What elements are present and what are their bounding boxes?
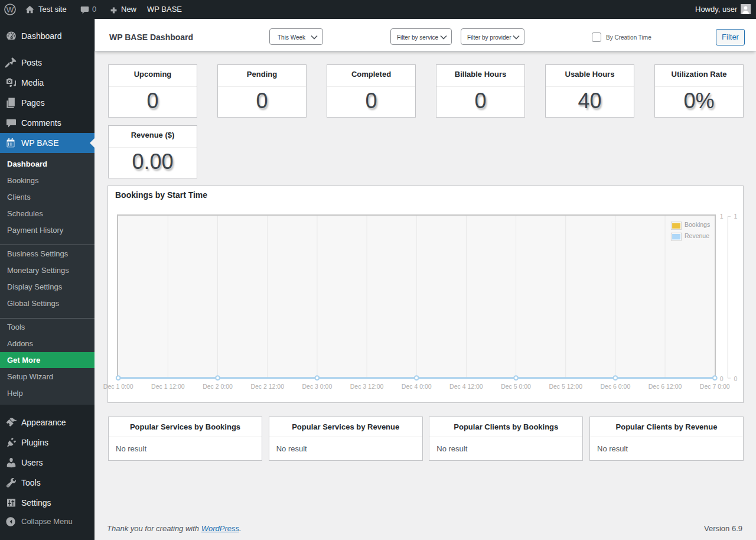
svg-text:Dec 3 12:00: Dec 3 12:00 [350,383,384,390]
svg-text:0: 0 [720,375,724,382]
svg-text:Revenue: Revenue [685,232,709,239]
svg-text:Dec 3 0:00: Dec 3 0:00 [302,383,332,390]
svg-text:Bookings: Bookings [685,221,710,228]
svg-text:Dec 1 12:00: Dec 1 12:00 [151,383,185,390]
svg-text:1: 1 [734,213,738,220]
svg-text:W: W [6,5,14,14]
svg-text:Dec 2 12:00: Dec 2 12:00 [250,383,284,390]
svg-text:Dec 6 0:00: Dec 6 0:00 [601,383,631,390]
svg-text:Dec 6 12:00: Dec 6 12:00 [649,383,682,390]
svg-text:Dec 7 0:00: Dec 7 0:00 [700,383,730,390]
svg-text:Dec 1 0:00: Dec 1 0:00 [103,383,133,390]
svg-text:0: 0 [734,375,738,382]
svg-text:Dec 2 0:00: Dec 2 0:00 [203,383,233,390]
svg-text:Dec 5 12:00: Dec 5 12:00 [549,383,582,390]
svg-text:Dec 4 0:00: Dec 4 0:00 [402,383,432,390]
svg-text:1: 1 [720,213,724,220]
svg-text:Dec 4 12:00: Dec 4 12:00 [449,383,483,390]
svg-text:Dec 5 0:00: Dec 5 0:00 [501,383,531,390]
